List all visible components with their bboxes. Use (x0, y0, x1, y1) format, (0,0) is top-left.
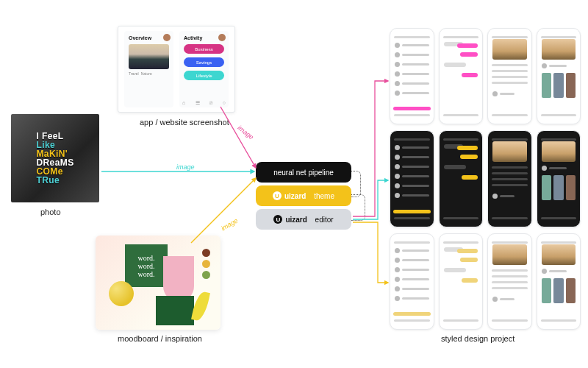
feedback-connector (351, 194, 365, 221)
brand-logo-icon: U (273, 215, 282, 224)
edge-label-moodboard: image (220, 217, 239, 233)
block-neural-net: neural net pipeline (256, 162, 351, 183)
edge-label-screenshot: image (237, 124, 255, 141)
block-theme: Uuizard theme (256, 185, 351, 206)
avatar-icon (218, 34, 226, 41)
photo-label: photo (40, 208, 61, 216)
phone-mock (537, 130, 581, 227)
brand-name: uizard (284, 192, 306, 200)
phone-mock (439, 28, 484, 124)
phone-mock (439, 233, 484, 330)
coin-icon (109, 281, 134, 306)
moodboard-shape (163, 256, 194, 302)
nav-icons: ⌂☰⎚○ (182, 100, 226, 106)
screenshot-label: app / website screenshot (140, 118, 229, 127)
photo-text: I FeeL Like MaKiN' DReaMS COMe TRue (36, 132, 74, 185)
phone-mock (439, 130, 484, 227)
moodboard-card: word. word. word. (125, 244, 168, 287)
moodboard-shape (156, 296, 194, 325)
brand-name: uizard (285, 216, 306, 224)
pill-business: Business (184, 44, 224, 54)
phone-mock (487, 233, 532, 330)
phone-mock (487, 28, 532, 124)
brand-logo-icon: U (273, 191, 282, 200)
screenshot-sub-2: Nature (141, 71, 152, 76)
phone-mock (390, 28, 434, 124)
screenshot-left-pane: Overview Travel Nature (124, 31, 173, 107)
phone-mock (537, 28, 581, 124)
phone-mock (487, 130, 532, 227)
feedback-connector (351, 171, 361, 197)
block-editor: Uuizard editor (256, 209, 351, 230)
swatch-icon (202, 271, 210, 279)
input-screenshot: Overview Travel Nature Activity Business… (118, 26, 235, 113)
image-thumb (129, 44, 169, 69)
output-label: styled design project (441, 334, 514, 343)
pill-savings: Savings (184, 57, 224, 67)
phone-mock (390, 130, 434, 227)
leaf-icon (191, 291, 210, 322)
moodboard-label: moodboard / inspiration (118, 334, 202, 343)
screenshot-sub-1: Travel (129, 71, 139, 76)
input-moodboard: word. word. word. (96, 236, 220, 330)
input-photo: I FeeL Like MaKiN' DReaMS COMe TRue (11, 114, 99, 202)
screenshot-right-pane: Activity Business Savings Lifestyle ⌂☰⎚○ (179, 31, 229, 107)
edge-label-photo: image (176, 163, 195, 171)
pill-lifestyle: Lifestyle (184, 71, 224, 80)
avatar-icon (163, 34, 171, 41)
phone-mock (537, 233, 581, 330)
swatch-icon (202, 260, 210, 268)
swatch-icon (202, 249, 210, 257)
output-phones-grid (390, 28, 581, 330)
phone-mock (390, 233, 434, 330)
